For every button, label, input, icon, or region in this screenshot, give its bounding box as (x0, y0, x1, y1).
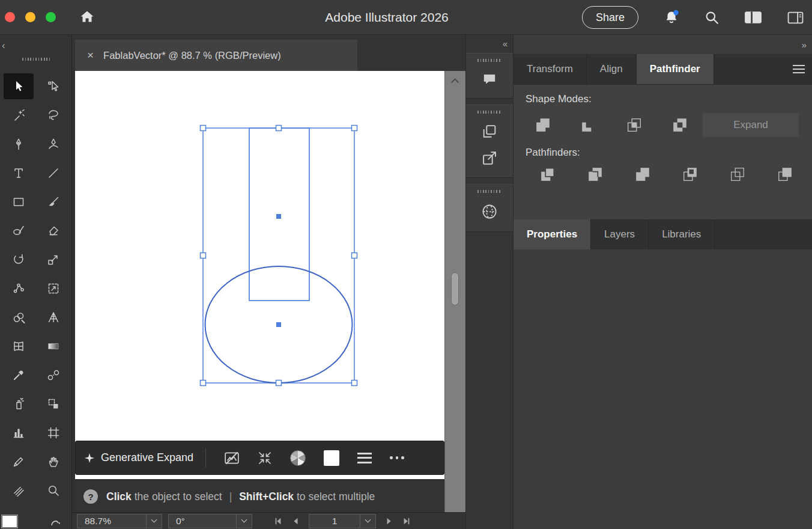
previous-artboard-icon[interactable] (291, 517, 300, 525)
document-tab[interactable]: × FablabVector* @ 88.7 % (RGB/Preview) (75, 40, 357, 71)
expand-button[interactable]: Expand (703, 113, 799, 137)
magic-wand-tool[interactable] (4, 102, 34, 128)
direct-selection-tool[interactable] (38, 73, 68, 99)
fullscreen-window-button[interactable] (46, 12, 56, 22)
eraser-tool[interactable] (38, 218, 68, 243)
fill-color-swatch[interactable] (1, 515, 18, 528)
comments-icon[interactable] (481, 72, 498, 87)
dock-grip[interactable] (477, 111, 501, 114)
blend-tool[interactable] (38, 362, 68, 388)
artboards-icon[interactable] (481, 123, 498, 140)
workspace-layout-icon[interactable] (744, 10, 762, 25)
first-artboard-icon[interactable] (274, 517, 282, 525)
pencil-tool[interactable] (4, 448, 34, 474)
eyedropper-tool[interactable] (4, 362, 34, 388)
artboard-tool[interactable] (38, 420, 68, 445)
perspective-grid-tool[interactable] (38, 304, 68, 330)
scale-tool[interactable] (38, 246, 68, 272)
selection-handle[interactable] (201, 126, 206, 131)
last-artboard-icon[interactable] (402, 517, 411, 525)
tab-pathfinder[interactable]: Pathfinder (637, 54, 714, 84)
graph-tool[interactable] (38, 391, 68, 417)
pathfinder-trim-icon[interactable] (587, 167, 603, 182)
gradient-tool[interactable] (38, 333, 68, 359)
next-artboard-icon[interactable] (385, 517, 393, 525)
rotate-tool[interactable] (4, 246, 34, 272)
export-icon[interactable] (481, 150, 498, 167)
panel-toggle-icon[interactable] (787, 11, 804, 25)
zoom-level-select[interactable]: 88.7% (77, 514, 162, 528)
scrollbar-thumb[interactable] (451, 272, 459, 305)
selection-handle[interactable] (201, 381, 206, 386)
artboard-number-select[interactable]: 1 (309, 514, 376, 528)
home-icon[interactable] (79, 9, 95, 25)
color-wheel-icon[interactable] (290, 450, 306, 466)
selection-tool[interactable] (4, 73, 34, 99)
artboard-canvas[interactable] (75, 71, 444, 479)
pathfinder-minus-back-icon[interactable] (777, 167, 793, 182)
scroll-up-icon[interactable] (451, 78, 459, 86)
toolbar-grip[interactable] (22, 58, 50, 61)
tab-libraries[interactable]: Libraries (649, 219, 715, 249)
shape-mode-unite-icon[interactable] (535, 117, 551, 133)
pathfinder-merge-icon[interactable] (635, 167, 650, 182)
selection-handle[interactable] (352, 381, 357, 386)
mesh-tool[interactable] (4, 333, 34, 359)
rotation-chevron-icon[interactable] (236, 515, 252, 528)
rotation-select[interactable]: 0° (168, 514, 252, 528)
fill-white-swatch[interactable] (324, 450, 339, 466)
line-segment-tool[interactable] (38, 160, 68, 186)
zoom-tool[interactable] (38, 477, 68, 503)
pathfinder-divide-icon[interactable] (540, 167, 556, 182)
search-icon[interactable] (704, 10, 719, 25)
pathfinder-crop-icon[interactable] (682, 167, 698, 182)
stroke-curve-icon[interactable] (50, 518, 61, 527)
selection-handle[interactable] (276, 126, 282, 131)
lasso-tool[interactable] (38, 102, 68, 128)
slice-tool[interactable] (4, 477, 34, 503)
hand-tool[interactable] (38, 448, 68, 474)
share-button[interactable]: Share (582, 6, 638, 29)
minimize-window-button[interactable] (25, 12, 35, 22)
close-window-button[interactable] (5, 12, 15, 22)
tab-transform[interactable]: Transform (514, 54, 587, 84)
type-tool[interactable] (4, 160, 34, 186)
pen-tool[interactable] (4, 131, 34, 157)
collapse-panel-icon[interactable]: » (802, 40, 806, 50)
shape-builder-tool[interactable] (4, 304, 34, 330)
ellipse-center-point[interactable] (276, 322, 281, 327)
tab-align[interactable]: Align (587, 54, 637, 84)
artboard-chevron-icon[interactable] (360, 515, 375, 528)
rectangle-center-point[interactable] (276, 214, 281, 219)
tab-properties[interactable]: Properties (514, 219, 591, 249)
shape-mode-intersect-icon[interactable] (626, 117, 642, 133)
collapse-bar-icon[interactable] (258, 451, 272, 465)
rectangle-tool[interactable] (4, 189, 34, 215)
free-transform-tool[interactable] (38, 275, 68, 301)
pathfinder-outline-icon[interactable] (730, 167, 745, 182)
symbol-sprayer-tool[interactable] (4, 391, 34, 417)
tab-layers[interactable]: Layers (591, 219, 649, 249)
generative-expand-button[interactable]: Generative Expand (101, 451, 193, 464)
dock-grip[interactable] (477, 190, 501, 193)
curvature-tool[interactable] (38, 131, 68, 157)
puppet-warp-tool[interactable] (4, 275, 34, 301)
zoom-chevron-icon[interactable] (146, 515, 162, 528)
collapse-dock-icon[interactable]: « (503, 38, 507, 49)
selection-handle[interactable] (352, 126, 357, 131)
selection-handle[interactable] (276, 381, 282, 386)
3d-materials-icon[interactable] (480, 203, 498, 221)
paintbrush-tool[interactable] (38, 189, 68, 215)
close-tab-icon[interactable]: × (87, 49, 94, 62)
shape-mode-minus-front-icon[interactable] (581, 117, 596, 133)
selection-handle[interactable] (201, 253, 206, 258)
panel-menu-icon[interactable] (793, 65, 805, 73)
shaper-tool[interactable] (4, 218, 34, 243)
notifications-bell-icon[interactable] (664, 10, 679, 25)
dock-grip[interactable] (477, 59, 501, 62)
selection-bounding-box[interactable] (203, 128, 354, 383)
collapse-toolbar-icon[interactable]: ‹ (2, 40, 5, 52)
more-options-icon[interactable] (390, 456, 404, 459)
shape-mode-exclude-icon[interactable] (672, 117, 688, 133)
selection-handle[interactable] (352, 253, 357, 258)
